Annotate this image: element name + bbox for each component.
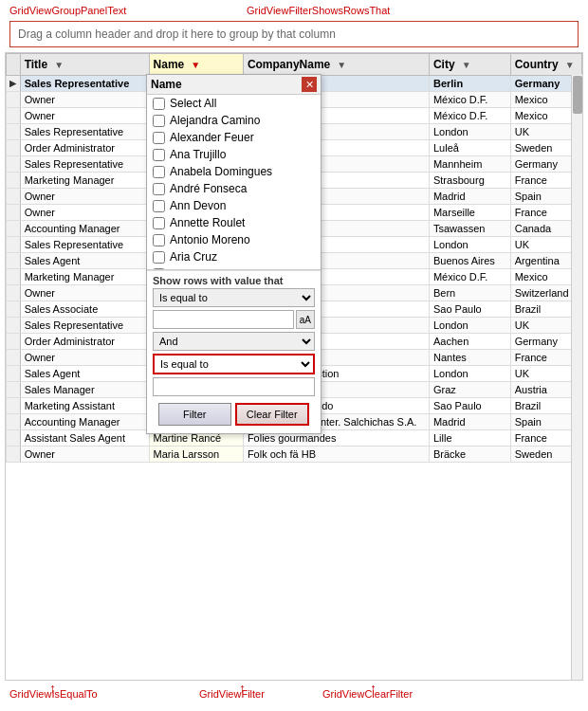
filter-checkbox[interactable]	[153, 234, 165, 246]
cell-title: Owner	[20, 189, 149, 205]
cell-name: Maria Larsson	[149, 447, 243, 463]
row-selector-cell	[7, 189, 21, 205]
cell-city: Bräcke	[429, 447, 510, 463]
cell-title: Owner	[20, 350, 149, 366]
cell-title: Sales Agent	[20, 366, 149, 382]
cell-title: Order Administrator	[20, 140, 149, 156]
label-group-panel: GridViewGroupPanelText	[9, 5, 126, 16]
filter-checkbox[interactable]	[153, 98, 165, 110]
cell-title: Sales Representative	[20, 76, 149, 92]
filter-list-item[interactable]: Annette Roulet	[147, 214, 321, 231]
city-filter-icon[interactable]: ▼	[462, 60, 471, 70]
title-filter-icon[interactable]: ▼	[54, 60, 64, 70]
filter-close-button[interactable]: ✕	[302, 77, 317, 92]
cell-title: Order Administrator	[20, 334, 149, 350]
row-selector-cell	[7, 253, 21, 269]
header-title[interactable]: Title ▼	[20, 54, 149, 76]
cell-title: Owner	[20, 205, 149, 221]
filter-item-label: Anabela Domingues	[170, 165, 272, 178]
filter-list-item[interactable]: Alejandra Camino	[147, 112, 321, 129]
header-selector	[7, 54, 21, 76]
cell-city: Berlin	[429, 76, 510, 92]
filter-clear-button[interactable]: Clear Filter	[235, 403, 310, 426]
cell-city: Lille	[429, 430, 510, 447]
filter-dropdown[interactable]: Name ✕ Select AllAlejandra CaminoAlexand…	[146, 74, 322, 434]
filter-list-item[interactable]: Aria Cruz	[147, 248, 321, 265]
cell-city: Marseille	[429, 205, 510, 221]
row-selector-cell	[7, 350, 21, 366]
cell-title: Sales Associate	[20, 301, 149, 318]
row-selector-cell	[7, 334, 21, 350]
arrow-up-isequal: ↑	[49, 681, 56, 696]
scrollbar-thumb[interactable]	[573, 76, 582, 114]
cell-city: Luleå	[429, 140, 510, 156]
cell-city: London	[429, 366, 510, 382]
filter-value1-input[interactable]	[153, 310, 294, 329]
filter-apply-button[interactable]: Filter	[158, 403, 231, 426]
name-filter-icon[interactable]: ▼	[191, 60, 200, 70]
cell-title: Owner	[20, 285, 149, 301]
group-panel-text: Drag a column header and drop it here to…	[18, 27, 336, 41]
filter-list-item[interactable]: Anabela Domingues	[147, 163, 321, 180]
cell-city: Madrid	[429, 414, 510, 430]
grid-container[interactable]: Title ▼ Name ▼ CompanyName ▼ City ▼	[5, 52, 583, 681]
arrow-up-filter: ↑	[239, 681, 246, 696]
country-filter-icon[interactable]: ▼	[565, 60, 575, 70]
filter-checkbox[interactable]	[153, 132, 165, 144]
filter-checkbox[interactable]	[153, 166, 165, 178]
filter-list-item[interactable]: André Fonseca	[147, 180, 321, 197]
table-row[interactable]: OwnerMaria LarssonFolk och fä HBBräckeSw…	[7, 447, 582, 463]
filter-input1-row: aA	[153, 310, 315, 329]
filter-condition1-select[interactable]: Is equal to Is not equal to Contains Doe…	[153, 288, 315, 307]
filter-list-item[interactable]: Ana Trujillo	[147, 146, 321, 163]
filter-checkbox[interactable]	[153, 149, 165, 161]
filter-aa-button1[interactable]: aA	[296, 310, 315, 329]
header-title-label: Title	[25, 58, 47, 71]
cell-title: Marketing Assistant	[20, 398, 149, 414]
show-rows-label: Show rows with value that	[153, 275, 315, 286]
scrollbar-vertical[interactable]	[571, 74, 582, 680]
filter-list-item[interactable]: Alexander Feuer	[147, 129, 321, 146]
header-city-label: City	[433, 58, 455, 71]
filter-header: Name ✕	[147, 75, 321, 95]
filter-logical-select[interactable]: And Or	[153, 332, 315, 351]
header-name[interactable]: Name ▼	[149, 54, 243, 76]
filter-checkbox[interactable]	[153, 200, 165, 212]
cell-title: Sales Manager	[20, 382, 149, 398]
header-company[interactable]: CompanyName ▼	[243, 54, 429, 76]
cell-city: London	[429, 124, 510, 140]
cell-title: Sales Representative	[20, 156, 149, 173]
row-selector-cell	[7, 205, 21, 221]
cell-title: Owner	[20, 108, 149, 124]
row-selector-cell: ▶	[7, 76, 21, 92]
row-selector-cell	[7, 269, 21, 285]
filter-list[interactable]: Select AllAlejandra CaminoAlexander Feue…	[147, 95, 321, 270]
cell-title: Accounting Manager	[20, 221, 149, 237]
cell-city: México D.F.	[429, 108, 510, 124]
row-selector-cell	[7, 140, 21, 156]
header-country[interactable]: Country ▼	[510, 54, 581, 76]
filter-buttons: Filter Clear Filter	[153, 399, 315, 429]
bottom-annotations: GridViewIsEqualTo GridViewFilter GridVie…	[0, 681, 588, 711]
filter-item-label: Antonio Moreno	[170, 233, 250, 246]
cell-city: Bern	[429, 285, 510, 301]
filter-list-item[interactable]: Ann Devon	[147, 197, 321, 214]
filter-checkbox[interactable]	[153, 115, 165, 127]
header-city[interactable]: City ▼	[429, 54, 510, 76]
filter-value2-input[interactable]	[153, 377, 315, 396]
company-filter-icon[interactable]: ▼	[337, 60, 346, 70]
cell-city: México D.F.	[429, 269, 510, 285]
filter-list-item[interactable]: Antonio Moreno	[147, 231, 321, 248]
cell-city: Aachen	[429, 334, 510, 350]
filter-checkbox[interactable]	[153, 251, 165, 264]
filter-checkbox[interactable]	[153, 217, 165, 229]
filter-checkbox[interactable]	[153, 183, 165, 195]
cell-city: London	[429, 237, 510, 253]
filter-item-label: Select All	[170, 97, 216, 110]
cell-title: Accounting Manager	[20, 414, 149, 430]
cell-city: London	[429, 318, 510, 334]
filter-list-item[interactable]: Select All	[147, 95, 321, 112]
filter-condition2-select[interactable]: Is equal to Is not equal to Contains	[153, 354, 315, 374]
row-selector-cell	[7, 382, 21, 398]
cell-title: Marketing Manager	[20, 173, 149, 189]
